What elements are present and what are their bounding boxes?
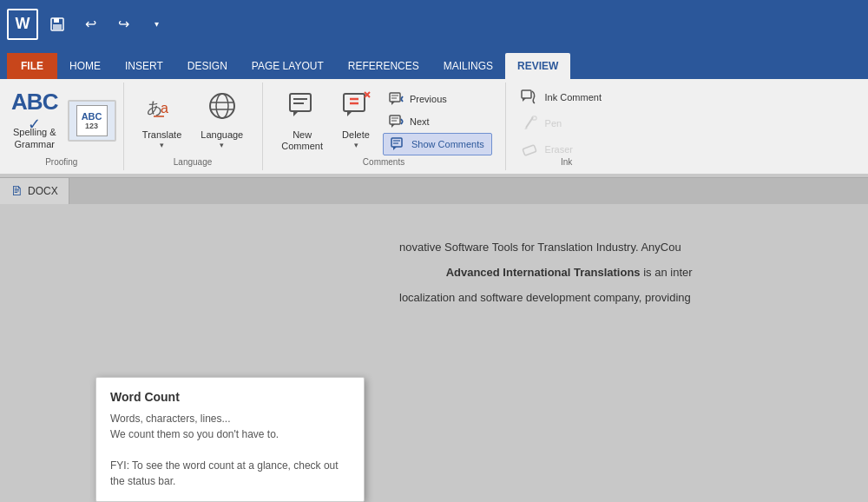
tooltip-line1: Words, characters, lines...: [110, 411, 350, 426]
spelling-grammar-button[interactable]: ABC ✓ Spelling & Grammar: [7, 86, 62, 154]
doc-line3: Advanced International Translations is a…: [399, 264, 833, 282]
word-count-button[interactable]: ABC 123: [68, 100, 116, 142]
tooltip-title: Word Count: [110, 390, 350, 404]
svg-rect-1: [54, 18, 59, 23]
translate-button[interactable]: あa Translate ▾: [136, 86, 187, 154]
ribbon-tab-bar: FILE HOME INSERT DESIGN PAGE LAYOUT REFE…: [0, 48, 868, 79]
customize-button[interactable]: ▾: [142, 12, 170, 36]
pen-button[interactable]: Pen: [515, 112, 619, 135]
ribbon-group-comments: NewComment Delete: [263, 83, 506, 170]
ink-comment-button[interactable]: Ink Comment: [515, 86, 619, 109]
tab-design[interactable]: DESIGN: [175, 53, 240, 79]
word-count-icon: ABC 123: [76, 105, 108, 136]
delete-label: Delete: [342, 129, 370, 141]
svg-marker-14: [347, 111, 352, 116]
ribbon-group-language: あa Translate ▾ Language ▾ Language: [124, 83, 263, 170]
next-label: Next: [410, 116, 430, 127]
svg-text:a: a: [161, 101, 168, 116]
tab-review[interactable]: REVIEW: [505, 53, 570, 79]
tab-mailings[interactable]: MAILINGS: [431, 53, 505, 79]
next-comment-button[interactable]: Next: [383, 110, 492, 133]
ribbon: ABC ✓ Spelling & Grammar ABC 123 Proofin…: [0, 79, 868, 175]
svg-point-5: [210, 94, 234, 118]
svg-marker-20: [391, 102, 395, 105]
svg-marker-24: [393, 147, 397, 150]
undo-button[interactable]: ↩: [76, 12, 104, 36]
tooltip-line4: FYI: To see the word count at a glance, …: [110, 458, 350, 489]
show-comments-label: Show Comments: [411, 139, 484, 149]
language-group-label: Language: [124, 157, 262, 167]
ribbon-group-ink: Ink Comment Pen Eraser Ink: [506, 83, 628, 170]
doc-line4: localization and software development co…: [399, 289, 833, 307]
language-button[interactable]: Language ▾: [194, 86, 249, 154]
proofing-group-label: Proofing: [0, 157, 123, 167]
previous-comment-button[interactable]: Previous: [383, 88, 492, 110]
tooltip-body: Words, characters, lines... We count the…: [110, 411, 350, 489]
doc-bold: Advanced International Translations: [446, 266, 641, 279]
svg-marker-10: [293, 111, 299, 116]
new-comment-label: NewComment: [281, 129, 323, 152]
word-logo: W: [7, 9, 38, 40]
comments-group-label: Comments: [263, 157, 505, 167]
svg-point-6: [216, 94, 228, 118]
ink-group-label: Ink: [506, 157, 628, 167]
pen-label: Pen: [545, 118, 562, 129]
tab-file[interactable]: FILE: [7, 53, 57, 79]
doc-tab-label: DOCX: [28, 185, 58, 197]
doc-tab-bar: 🖹 DOCX: [0, 178, 868, 204]
save-button[interactable]: [43, 12, 71, 36]
app-window: W ↩ ↪ ▾ FILE HOME INSERT DESIGN PAGE LAY…: [0, 0, 868, 502]
show-comments-button[interactable]: Show Comments: [383, 133, 492, 155]
svg-rect-23: [391, 138, 402, 147]
tab-home[interactable]: HOME: [57, 53, 113, 79]
svg-marker-22: [391, 124, 395, 128]
language-label: Language: [201, 129, 243, 141]
title-bar: W ↩ ↪ ▾: [0, 0, 868, 48]
ink-comment-label: Ink Comment: [545, 92, 602, 102]
docx-icon: 🖹: [10, 184, 23, 198]
svg-rect-21: [390, 116, 400, 124]
tab-insert[interactable]: INSERT: [113, 53, 175, 79]
tooltip-line2: We count them so you don't have to.: [110, 426, 350, 442]
svg-rect-2: [53, 24, 62, 30]
new-comment-button[interactable]: NewComment: [275, 86, 329, 156]
word-count-tooltip: Word Count Words, characters, lines... W…: [95, 377, 365, 502]
svg-rect-31: [523, 145, 536, 155]
document-content: novative Software Tools for Translation …: [365, 221, 868, 331]
svg-rect-27: [522, 90, 531, 98]
comments-nav-col: Previous Next Show Comments: [383, 88, 492, 155]
doc-line1: novative Software Tools for Translation …: [399, 239, 833, 257]
tab-references[interactable]: REFERENCES: [336, 53, 431, 79]
translate-label: Translate: [142, 129, 181, 141]
svg-rect-19: [390, 93, 400, 102]
redo-button[interactable]: ↪: [109, 12, 137, 36]
doc-tab[interactable]: 🖹 DOCX: [0, 178, 69, 204]
eraser-label: Eraser: [545, 144, 573, 155]
delete-button[interactable]: Delete ▾: [334, 86, 378, 154]
tab-pagelayout[interactable]: PAGE LAYOUT: [240, 53, 336, 79]
previous-label: Previous: [410, 94, 447, 104]
ribbon-group-proofing: ABC ✓ Spelling & Grammar ABC 123 Proofin…: [0, 83, 124, 170]
